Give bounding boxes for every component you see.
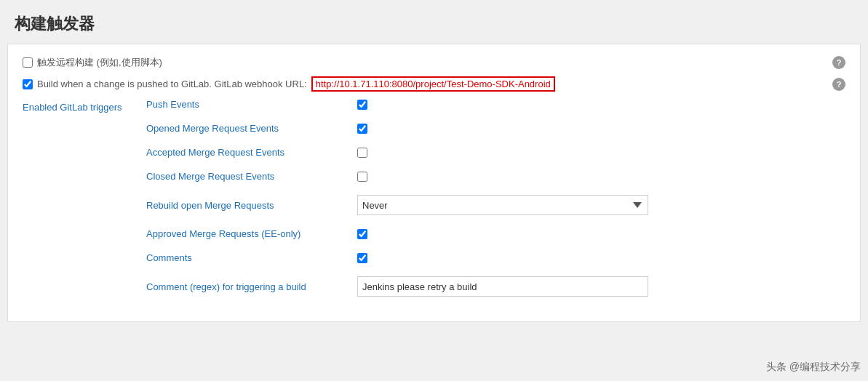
trigger-item-accepted-mr: Accepted Merge Request Events (146, 147, 845, 158)
approved-mr-checkbox[interactable] (357, 229, 367, 239)
gitlab-push-row: Build when a change is pushed to GitLab.… (23, 76, 845, 92)
trigger-item-approved-mr: Approved Merge Requests (EE-only) (146, 228, 845, 239)
remote-build-checkbox[interactable] (23, 57, 33, 68)
rebuild-mr-label: Rebuild open Merge Requests (146, 200, 350, 211)
remote-build-label: 触发远程构建 (例如,使用脚本) (37, 56, 162, 69)
accepted-mr-checkbox[interactable] (357, 148, 367, 158)
enabled-gitlab-label: Enabled GitLab triggers (23, 99, 146, 310)
watermark: 头条 @编程技术分享 (766, 361, 861, 374)
content-area: 触发远程构建 (例如,使用脚本) ? Build when a change i… (7, 44, 861, 322)
closed-mr-checkbox[interactable] (357, 172, 367, 182)
comment-regex-input[interactable] (357, 276, 648, 297)
push-events-label: Push Events (146, 99, 350, 110)
push-events-checkbox[interactable] (357, 100, 367, 110)
remote-build-row: 触发远程构建 (例如,使用脚本) ? (23, 56, 845, 69)
comments-checkbox[interactable] (357, 253, 367, 263)
triggers-grid: Push Events Opened Merge Request Events … (146, 99, 845, 310)
page-title: 构建触发器 (0, 7, 868, 44)
trigger-item-rebuild-mr: Rebuild open Merge Requests Never On pus… (146, 195, 845, 215)
approved-mr-label: Approved Merge Requests (EE-only) (146, 228, 350, 239)
rebuild-mr-select[interactable]: Never On push to source branch On push t… (357, 195, 648, 215)
opened-mr-checkbox[interactable] (357, 124, 367, 134)
remote-build-help-icon[interactable]: ? (832, 56, 845, 69)
page: 构建触发器 触发远程构建 (例如,使用脚本) ? Build when a ch… (0, 0, 868, 381)
comment-regex-label: Comment (regex) for triggering a build (146, 281, 350, 292)
webhook-url: http://10.1.71.110:8080/project/Test-Dem… (311, 76, 555, 92)
gitlab-triggers-section: Enabled GitLab triggers Push Events Open… (23, 99, 845, 310)
trigger-item-opened-mr: Opened Merge Request Events (146, 123, 845, 134)
gitlab-push-help-icon[interactable]: ? (832, 78, 845, 91)
trigger-item-comment-regex: Comment (regex) for triggering a build (146, 276, 845, 297)
trigger-item-closed-mr: Closed Merge Request Events (146, 171, 845, 182)
comments-label: Comments (146, 252, 350, 263)
closed-mr-label: Closed Merge Request Events (146, 171, 350, 182)
opened-mr-label: Opened Merge Request Events (146, 123, 350, 134)
gitlab-push-checkbox[interactable] (23, 79, 33, 89)
trigger-item-comments: Comments (146, 252, 845, 263)
gitlab-push-label: Build when a change is pushed to GitLab.… (37, 79, 307, 89)
trigger-item-push-events: Push Events (146, 99, 845, 110)
accepted-mr-label: Accepted Merge Request Events (146, 147, 350, 158)
